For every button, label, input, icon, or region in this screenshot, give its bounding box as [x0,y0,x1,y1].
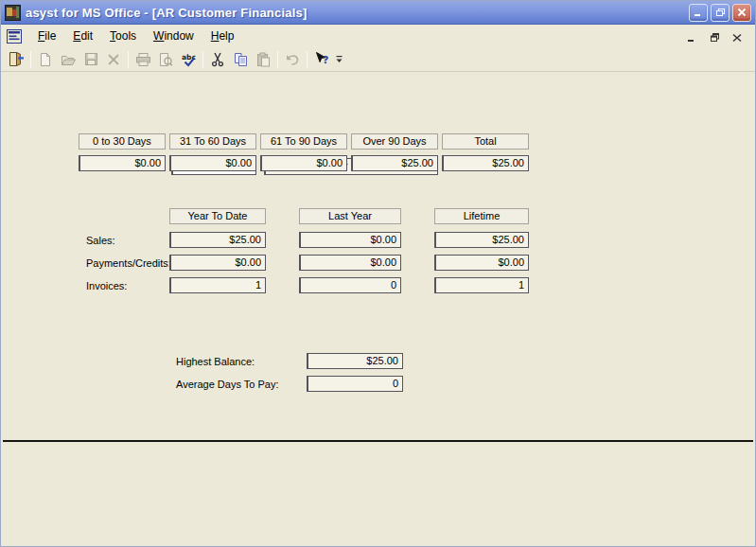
aging-header-61-90: 61 To 90 Days [260,133,347,150]
aging-header-total: Total [442,133,529,150]
aging-header-0-30: 0 to 30 Days [79,133,166,150]
paste-icon[interactable] [252,49,274,70]
print-icon[interactable] [132,49,154,70]
payments-credits-label: Payments/Credits: [86,257,171,269]
aging-header-over-90: Over 90 Days [351,133,438,150]
payments-ytd-field: $0.00 [169,255,266,271]
mdi-minimize-icon[interactable] [685,30,698,43]
menu-bar: File Edit Tools Window Help [1,25,755,47]
context-help-icon[interactable]: ? [310,49,333,70]
window-title: asyst for MS Office - [AR Customer Finan… [26,6,689,20]
invoices-lifetime-field: 1 [434,277,529,293]
mdi-close-icon[interactable] [730,30,744,43]
menu-file[interactable]: File [29,27,64,45]
close-button[interactable] [732,4,751,22]
toolbar: abc [1,47,755,72]
payments-lifetime-field: $0.00 [434,255,529,271]
sales-last-year-field: $0.00 [299,232,401,248]
stats-header-lifetime: Lifetime [434,208,529,224]
sales-label: Sales: [86,235,115,246]
highest-balance-field: $25.00 [307,353,403,369]
average-days-to-pay-field: 0 [307,376,403,392]
payments-last-year-field: $0.00 [299,255,401,271]
ar-customer-financials-form: Customer ID: Sweet Pea Diner 0 to 30 Day… [1,72,755,547]
new-document-icon[interactable] [34,49,57,70]
undo-icon[interactable] [281,49,304,70]
invoices-last-year-field: 0 [299,277,401,293]
mdi-restore-icon[interactable] [708,30,721,43]
aging-value-61-90: $0.00 [260,155,347,171]
toolbar-separator [307,51,308,68]
copy-icon[interactable] [229,49,252,70]
app-icon [5,5,21,21]
invoices-ytd-field: 1 [169,277,266,293]
menu-window[interactable]: Window [145,27,202,45]
toolbar-separator [277,51,278,68]
app-window: asyst for MS Office - [AR Customer Finan… [0,0,756,547]
cut-icon[interactable] [206,49,229,70]
sales-ytd-field: $25.00 [169,232,266,248]
restore-button[interactable] [711,4,730,22]
aging-value-0-30: $0.00 [79,155,166,171]
toolbar-separator [202,51,203,68]
menu-help[interactable]: Help [202,27,243,45]
exit-icon[interactable] [5,49,27,70]
section-divider-line [3,440,753,442]
title-bar: asyst for MS Office - [AR Customer Finan… [1,1,755,25]
stats-header-last-year: Last Year [299,208,401,224]
svg-text:?: ? [323,54,328,66]
invoices-label: Invoices: [86,280,127,291]
toolbar-separator [30,51,31,68]
aging-value-over-90: $25.00 [351,155,438,171]
aging-value-31-60: $0.00 [169,155,256,171]
average-days-to-pay-label: Average Days To Pay: [176,379,278,390]
menu-edit[interactable]: Edit [64,27,101,45]
menu-tools[interactable]: Tools [101,27,145,45]
delete-icon[interactable] [102,49,125,70]
form-window-icon [7,29,22,44]
minimize-button[interactable] [689,4,708,22]
stats-header-ytd: Year To Date [169,208,266,224]
toolbar-separator [128,51,129,68]
spell-check-icon[interactable]: abc [177,49,200,70]
sales-lifetime-field: $25.00 [434,232,529,248]
toolbar-options-dropdown-icon[interactable] [333,49,344,70]
aging-header-31-60: 31 To 60 Days [169,133,256,150]
print-preview-icon[interactable] [154,49,177,70]
save-icon[interactable] [79,49,102,70]
aging-value-total: $25.00 [442,155,529,171]
open-folder-icon[interactable] [57,49,79,70]
highest-balance-label: Highest Balance: [176,356,255,367]
